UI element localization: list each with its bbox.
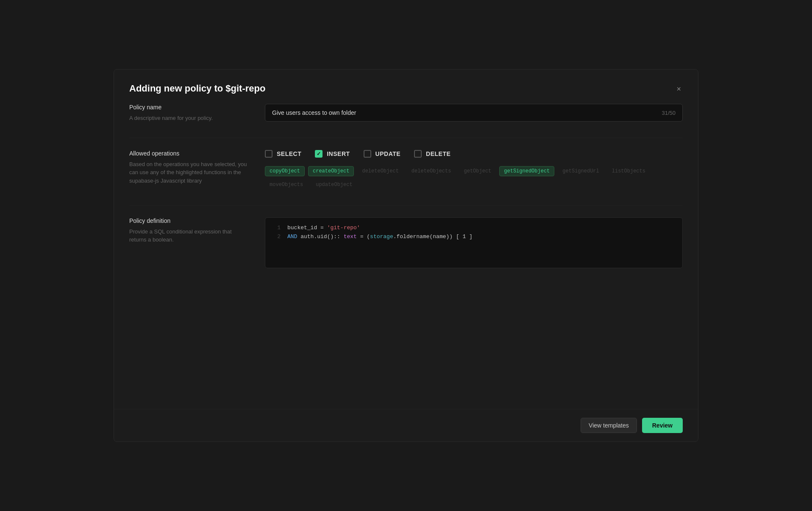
add-policy-modal: Adding new policy to $git-repo × Policy … <box>114 69 698 442</box>
code-content-1: bucket_id = 'git-repo' <box>287 225 360 231</box>
code-function-2: storage <box>370 233 393 240</box>
fn-deleteObject: deleteObject <box>357 166 403 176</box>
code-line-2: 2 AND auth.uid():: text = (storage.folde… <box>272 233 676 240</box>
close-button[interactable]: × <box>675 83 683 95</box>
operations-section: Allowed operations Based on the operatio… <box>129 150 683 190</box>
op-label-insert: INSERT <box>327 150 350 157</box>
close-icon: × <box>676 85 681 94</box>
fn-listObjects: listObjects <box>607 166 650 176</box>
code-normal-1a: bucket_id = <box>287 225 327 231</box>
code-keyword-2a: AND <box>287 233 300 240</box>
fn-getObject: getObject <box>459 166 496 176</box>
policy-name-input-wrapper: 31/50 <box>265 104 683 122</box>
fn-getSignedUrl: getSignedUrl <box>558 166 603 176</box>
code-content-2: AND auth.uid():: text = (storage.foldern… <box>287 233 473 240</box>
checkbox-delete[interactable] <box>414 150 422 158</box>
policy-name-label: Policy name A descriptive name for your … <box>129 104 248 122</box>
divider-2 <box>129 205 683 206</box>
code-normal-2b: = ( <box>357 233 370 240</box>
divider-1 <box>129 138 683 138</box>
operation-delete[interactable]: DELETE <box>414 150 450 158</box>
policy-definition-label: Policy definition Provide a SQL conditio… <box>129 217 248 244</box>
fn-updateObject: updateObject <box>311 180 357 190</box>
fn-moveObjects: moveObjects <box>265 180 308 190</box>
code-normal-2a: auth.uid():: <box>300 233 343 240</box>
policy-name-desc: A descriptive name for your policy. <box>129 114 248 122</box>
operations-label: Allowed operations Based on the operatio… <box>129 150 248 185</box>
operation-select[interactable]: SELECT <box>265 150 301 158</box>
review-button[interactable]: Review <box>642 418 683 433</box>
code-string-1: 'git-repo' <box>327 225 360 231</box>
code-normal-2c: .foldername(name)) [ 1 ] <box>393 233 473 240</box>
line-num-1: 1 <box>272 225 281 231</box>
fn-copyObject: copyObject <box>265 166 305 176</box>
modal-body: Policy name A descriptive name for your … <box>114 104 698 409</box>
char-count: 31/50 <box>662 110 676 116</box>
operation-insert[interactable]: INSERT <box>315 150 350 158</box>
operations-row: SELECT INSERT UPDATE DELETE <box>265 150 683 158</box>
modal-title: Adding new policy to $git-repo <box>129 83 265 94</box>
operations-title: Allowed operations <box>129 150 248 157</box>
operation-update[interactable]: UPDATE <box>364 150 401 158</box>
policy-name-section: Policy name A descriptive name for your … <box>129 104 683 122</box>
op-label-update: UPDATE <box>375 150 401 157</box>
op-label-select: SELECT <box>277 150 301 157</box>
policy-name-content: 31/50 <box>265 104 683 122</box>
operations-desc: Based on the operations you have selecte… <box>129 160 248 185</box>
policy-definition-content: 1 bucket_id = 'git-repo' 2 AND auth.uid(… <box>265 217 683 268</box>
functions-grid: copyObject createObject deleteObject del… <box>265 166 683 190</box>
view-templates-button[interactable]: View templates <box>581 418 637 433</box>
checkbox-insert[interactable] <box>315 150 323 158</box>
code-line-1: 1 bucket_id = 'git-repo' <box>272 225 676 231</box>
policy-definition-section: Policy definition Provide a SQL conditio… <box>129 217 683 268</box>
fn-getSignedObject: getSignedObject <box>499 166 554 176</box>
checkbox-update[interactable] <box>364 150 371 158</box>
code-editor[interactable]: 1 bucket_id = 'git-repo' 2 AND auth.uid(… <box>265 217 683 268</box>
policy-name-field[interactable] <box>272 109 656 116</box>
checkbox-select[interactable] <box>265 150 273 158</box>
fn-deleteObjects: deleteObjects <box>407 166 456 176</box>
policy-name-title: Policy name <box>129 104 248 111</box>
modal-header: Adding new policy to $git-repo × <box>114 69 698 104</box>
line-num-2: 2 <box>272 233 281 240</box>
policy-definition-desc: Provide a SQL conditional expression tha… <box>129 228 248 244</box>
policy-definition-title: Policy definition <box>129 217 248 224</box>
operations-content: SELECT INSERT UPDATE DELETE <box>265 150 683 190</box>
modal-footer: View templates Review <box>114 409 698 442</box>
fn-createObject: createObject <box>308 166 354 176</box>
op-label-delete: DELETE <box>426 150 450 157</box>
code-textkey-2: text <box>344 233 357 240</box>
